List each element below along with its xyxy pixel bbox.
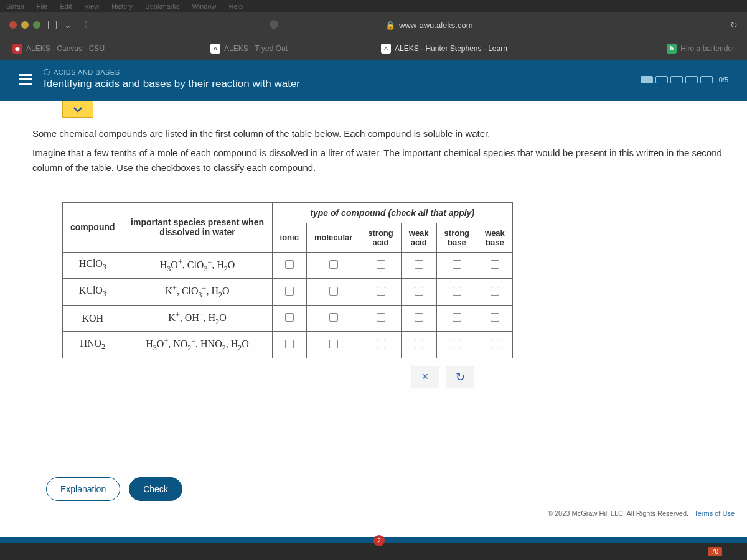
clear-button[interactable]: × [411,366,439,388]
copyright: © 2023 McGraw Hill LLC. All Rights Reser… [548,510,735,517]
th-ionic: ionic [272,223,306,252]
url-text: www-awu.aleks.com [399,21,472,30]
checkbox-ionic[interactable] [285,287,294,296]
instruction-p2: Imagine that a few tenths of a mole of e… [32,146,722,175]
checkbox-ionic[interactable] [285,340,294,348]
th-type: type of compound (check all that apply) [272,202,512,223]
category-label: ACIDS AND BASES [54,68,120,76]
window-controls [9,21,40,29]
menu-item[interactable]: Bookmarks [145,2,179,10]
species-list: H3O+, ClO3−, H2O [123,252,272,279]
topic-title: Identifying acids and bases by their rea… [44,78,300,90]
checkbox-strong-base[interactable] [453,340,461,348]
checkbox-strong-acid[interactable] [377,287,385,296]
menu-item[interactable]: Safari [6,2,24,10]
menu-item[interactable]: Help [229,2,243,10]
content-area: ACIDS AND BASES Identifying acids and ba… [0,60,747,560]
table-row: KOH K+, OH−, H2O [63,305,513,332]
minimize-window-button[interactable] [21,21,29,29]
th-compound: compound [63,202,123,252]
chevron-down-icon [73,106,83,113]
checkbox-weak-acid[interactable] [415,313,423,322]
tab-label: Hire a bartender [680,44,735,53]
shield-icon[interactable] [270,20,278,30]
chevron-down-icon[interactable]: ⌄ [64,20,72,30]
checkbox-weak-base[interactable] [491,340,499,348]
th-weak-base: weakbase [477,223,513,252]
menu-item[interactable]: View [84,2,99,10]
reset-button[interactable]: ↻ [446,366,474,388]
notification-badge[interactable]: 2 [374,535,385,546]
tab-label: ALEKS - Hunter Stephens - Learn [395,44,507,53]
checkbox-weak-base[interactable] [491,287,499,296]
expand-button[interactable] [62,101,93,118]
tab-label: ALEKS - Tryed Out [224,44,288,53]
tab-favicon: A [381,44,391,54]
checkbox-weak-base[interactable] [491,260,499,269]
checkbox-molecular[interactable] [329,287,338,296]
tab-learn[interactable]: A ALEKS - Hunter Stephens - Learn [381,44,507,54]
table-tools: × ↻ [411,366,747,388]
progress-box [641,76,653,83]
compound-table: compound important species present when … [62,202,513,358]
checkbox-molecular[interactable] [329,260,338,269]
menu-item[interactable]: Window [192,2,216,10]
tab-label: ALEKS - Canvas - CSU [26,44,105,53]
table-row: HNO2 H3O+, NO2−, HNO2, H2O [63,332,513,358]
back-button[interactable]: 〈 [79,19,88,30]
checkbox-ionic[interactable] [285,260,294,269]
checkbox-weak-acid[interactable] [415,287,423,296]
checkbox-strong-acid[interactable] [377,340,385,348]
circle-icon [44,69,50,75]
checkbox-ionic[interactable] [285,313,294,322]
copyright-text: © 2023 McGraw Hill LLC. All Rights Reser… [548,510,688,517]
check-button[interactable]: Check [129,477,182,501]
menubar: Safari File Edit View History Bookmarks … [0,0,747,12]
checkbox-molecular[interactable] [329,340,338,348]
terms-link[interactable]: Terms of Use [694,510,735,517]
sidebar-toggle-icon[interactable] [48,21,57,29]
menu-item[interactable]: File [37,2,48,10]
tab-favicon: ◉ [12,44,22,54]
checkbox-weak-acid[interactable] [415,260,423,269]
explanation-button[interactable]: Explanation [46,477,120,501]
th-strong-acid: strongacid [360,223,401,252]
species-list: H3O+, NO2−, HNO2, H2O [123,332,272,358]
progress-box [700,76,713,83]
menu-item[interactable]: Edit [60,2,72,10]
tab-canvas[interactable]: ◉ ALEKS - Canvas - CSU [12,44,105,54]
topic-category: ACIDS AND BASES [44,68,300,76]
checkbox-strong-base[interactable] [453,287,461,296]
th-molecular: molecular [306,223,360,252]
progress-label: 0/5 [719,76,728,83]
bottom-chrome: 70 [0,543,747,560]
menu-icon[interactable] [19,74,32,85]
checkbox-weak-base[interactable] [491,313,499,322]
checkbox-strong-base[interactable] [453,313,461,322]
compound-name: KClO3 [63,279,123,306]
th-species: important species present when dissolved… [123,202,272,252]
instruction-p1: Some chemical compounds are listed in th… [32,126,722,141]
checkbox-strong-acid[interactable] [377,313,385,322]
checkbox-strong-acid[interactable] [377,260,385,269]
species-list: K+, OH−, H2O [123,305,272,332]
reload-icon[interactable]: ↻ [730,20,738,30]
tab-favicon: b [667,44,677,54]
menu-item[interactable]: History [111,2,133,10]
close-window-button[interactable] [9,21,17,29]
checkbox-molecular[interactable] [329,313,338,322]
progress-box [655,76,668,83]
species-list: K+, ClO3−, H2O [123,279,272,306]
tab-bartender[interactable]: b Hire a bartender [667,44,735,54]
checkbox-strong-base[interactable] [453,260,461,269]
question-panel: Some chemical compounds are listed in th… [0,101,747,537]
checkbox-weak-acid[interactable] [415,340,423,348]
url-bar[interactable]: 🔒 www-awu.aleks.com [385,21,472,30]
compound-name: HNO2 [63,332,123,358]
table-row: HClO3 H3O+, ClO3−, H2O [63,252,513,279]
table-row: KClO3 K+, ClO3−, H2O [63,279,513,306]
footer-buttons: Explanation Check [46,477,182,501]
tab-tryed-out[interactable]: A ALEKS - Tryed Out [210,44,288,54]
maximize-window-button[interactable] [33,21,40,29]
lock-icon: 🔒 [385,21,395,30]
